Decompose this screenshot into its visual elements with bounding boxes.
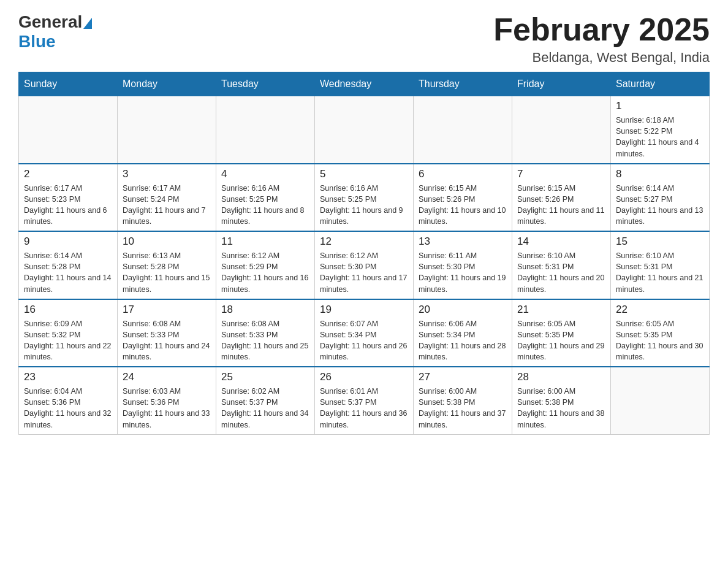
table-row: 9Sunrise: 6:14 AMSunset: 5:28 PMDaylight… [19, 231, 118, 299]
table-row [216, 96, 315, 164]
table-row: 15Sunrise: 6:10 AMSunset: 5:31 PMDayligh… [611, 231, 710, 299]
day-info: Sunrise: 6:00 AMSunset: 5:38 PMDaylight:… [517, 386, 605, 431]
day-number: 4 [221, 168, 309, 180]
day-number: 25 [221, 371, 309, 383]
header-thursday: Thursday [414, 72, 512, 96]
day-info: Sunrise: 6:10 AMSunset: 5:31 PMDaylight:… [517, 250, 605, 295]
table-row: 17Sunrise: 6:08 AMSunset: 5:33 PMDayligh… [118, 299, 216, 367]
day-info: Sunrise: 6:02 AMSunset: 5:37 PMDaylight:… [221, 386, 309, 431]
table-row: 3Sunrise: 6:17 AMSunset: 5:24 PMDaylight… [118, 164, 216, 232]
day-number: 14 [517, 236, 605, 248]
day-number: 17 [123, 304, 211, 316]
logo-triangle-icon [83, 18, 92, 29]
day-info: Sunrise: 6:03 AMSunset: 5:36 PMDaylight:… [123, 386, 211, 431]
calendar-title: February 2025 [493, 12, 710, 47]
day-info: Sunrise: 6:00 AMSunset: 5:38 PMDaylight:… [419, 386, 507, 431]
table-row: 22Sunrise: 6:05 AMSunset: 5:35 PMDayligh… [611, 299, 710, 367]
day-number: 15 [616, 236, 704, 248]
table-row: 27Sunrise: 6:00 AMSunset: 5:38 PMDayligh… [414, 367, 512, 434]
table-row: 26Sunrise: 6:01 AMSunset: 5:37 PMDayligh… [315, 367, 414, 434]
header-wednesday: Wednesday [315, 72, 414, 96]
day-number: 16 [24, 304, 112, 316]
header-tuesday: Tuesday [216, 72, 315, 96]
table-row: 10Sunrise: 6:13 AMSunset: 5:28 PMDayligh… [118, 231, 216, 299]
day-info: Sunrise: 6:18 AMSunset: 5:22 PMDaylight:… [616, 115, 704, 159]
logo-general-text: General [18, 12, 82, 32]
day-number: 12 [320, 236, 408, 248]
table-row [118, 96, 216, 164]
day-info: Sunrise: 6:04 AMSunset: 5:36 PMDaylight:… [24, 386, 112, 431]
table-row: 24Sunrise: 6:03 AMSunset: 5:36 PMDayligh… [118, 367, 216, 434]
calendar-week-row: 23Sunrise: 6:04 AMSunset: 5:36 PMDayligh… [19, 367, 710, 434]
calendar-week-row: 1Sunrise: 6:18 AMSunset: 5:22 PMDaylight… [19, 96, 710, 164]
table-row: 16Sunrise: 6:09 AMSunset: 5:32 PMDayligh… [19, 299, 118, 367]
day-number: 9 [24, 236, 112, 248]
logo-blue-text: Blue [18, 32, 56, 51]
day-number: 27 [419, 371, 507, 383]
day-info: Sunrise: 6:15 AMSunset: 5:26 PMDaylight:… [419, 183, 507, 228]
calendar-week-row: 16Sunrise: 6:09 AMSunset: 5:32 PMDayligh… [19, 299, 710, 367]
table-row [512, 96, 611, 164]
day-info: Sunrise: 6:17 AMSunset: 5:23 PMDaylight:… [24, 183, 112, 228]
table-row: 21Sunrise: 6:05 AMSunset: 5:35 PMDayligh… [512, 299, 611, 367]
day-number: 20 [419, 304, 507, 316]
day-number: 24 [123, 371, 211, 383]
day-info: Sunrise: 6:10 AMSunset: 5:31 PMDaylight:… [616, 250, 704, 295]
table-row: 23Sunrise: 6:04 AMSunset: 5:36 PMDayligh… [19, 367, 118, 434]
day-info: Sunrise: 6:16 AMSunset: 5:25 PMDaylight:… [320, 183, 408, 228]
day-number: 23 [24, 371, 112, 383]
day-info: Sunrise: 6:14 AMSunset: 5:28 PMDaylight:… [24, 250, 112, 295]
day-info: Sunrise: 6:14 AMSunset: 5:27 PMDaylight:… [616, 183, 704, 228]
day-number: 13 [419, 236, 507, 248]
table-row: 11Sunrise: 6:12 AMSunset: 5:29 PMDayligh… [216, 231, 315, 299]
day-info: Sunrise: 6:09 AMSunset: 5:32 PMDaylight:… [24, 318, 112, 363]
day-info: Sunrise: 6:16 AMSunset: 5:25 PMDaylight:… [221, 183, 309, 228]
day-number: 26 [320, 371, 408, 383]
day-number: 10 [123, 236, 211, 248]
day-number: 6 [419, 168, 507, 180]
table-row: 2Sunrise: 6:17 AMSunset: 5:23 PMDaylight… [19, 164, 118, 232]
day-info: Sunrise: 6:12 AMSunset: 5:29 PMDaylight:… [221, 250, 309, 295]
day-number: 18 [221, 304, 309, 316]
day-number: 1 [616, 100, 704, 112]
header-friday: Friday [512, 72, 611, 96]
logo: General Blue [18, 12, 93, 52]
day-info: Sunrise: 6:15 AMSunset: 5:26 PMDaylight:… [517, 183, 605, 228]
table-row [611, 367, 710, 434]
day-number: 22 [616, 304, 704, 316]
table-row: 18Sunrise: 6:08 AMSunset: 5:33 PMDayligh… [216, 299, 315, 367]
table-row [19, 96, 118, 164]
table-row: 25Sunrise: 6:02 AMSunset: 5:37 PMDayligh… [216, 367, 315, 434]
day-info: Sunrise: 6:11 AMSunset: 5:30 PMDaylight:… [419, 250, 507, 295]
table-row [315, 96, 414, 164]
day-info: Sunrise: 6:08 AMSunset: 5:33 PMDaylight:… [123, 318, 211, 363]
title-section: February 2025 Beldanga, West Bengal, Ind… [493, 12, 710, 66]
day-number: 28 [517, 371, 605, 383]
day-info: Sunrise: 6:05 AMSunset: 5:35 PMDaylight:… [616, 318, 704, 363]
table-row: 4Sunrise: 6:16 AMSunset: 5:25 PMDaylight… [216, 164, 315, 232]
day-info: Sunrise: 6:08 AMSunset: 5:33 PMDaylight:… [221, 318, 309, 363]
table-row: 20Sunrise: 6:06 AMSunset: 5:34 PMDayligh… [414, 299, 512, 367]
day-number: 8 [616, 168, 704, 180]
calendar-table: Sunday Monday Tuesday Wednesday Thursday… [18, 72, 710, 435]
day-info: Sunrise: 6:01 AMSunset: 5:37 PMDaylight:… [320, 386, 408, 431]
calendar-header-row: Sunday Monday Tuesday Wednesday Thursday… [19, 72, 710, 96]
day-number: 3 [123, 168, 211, 180]
day-number: 21 [517, 304, 605, 316]
day-info: Sunrise: 6:13 AMSunset: 5:28 PMDaylight:… [123, 250, 211, 295]
header-sunday: Sunday [19, 72, 118, 96]
day-info: Sunrise: 6:12 AMSunset: 5:30 PMDaylight:… [320, 250, 408, 295]
calendar-subtitle: Beldanga, West Bengal, India [493, 50, 710, 66]
table-row: 5Sunrise: 6:16 AMSunset: 5:25 PMDaylight… [315, 164, 414, 232]
table-row: 28Sunrise: 6:00 AMSunset: 5:38 PMDayligh… [512, 367, 611, 434]
calendar-week-row: 2Sunrise: 6:17 AMSunset: 5:23 PMDaylight… [19, 164, 710, 232]
table-row: 14Sunrise: 6:10 AMSunset: 5:31 PMDayligh… [512, 231, 611, 299]
day-number: 11 [221, 236, 309, 248]
table-row: 7Sunrise: 6:15 AMSunset: 5:26 PMDaylight… [512, 164, 611, 232]
day-info: Sunrise: 6:06 AMSunset: 5:34 PMDaylight:… [419, 318, 507, 363]
table-row: 19Sunrise: 6:07 AMSunset: 5:34 PMDayligh… [315, 299, 414, 367]
day-info: Sunrise: 6:07 AMSunset: 5:34 PMDaylight:… [320, 318, 408, 363]
day-info: Sunrise: 6:17 AMSunset: 5:24 PMDaylight:… [123, 183, 211, 228]
day-number: 19 [320, 304, 408, 316]
day-number: 5 [320, 168, 408, 180]
